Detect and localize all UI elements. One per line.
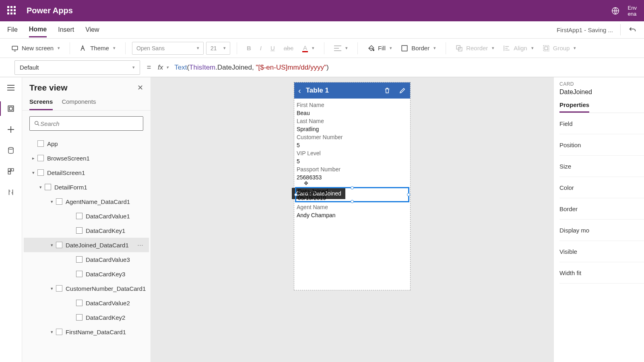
field-icon <box>76 227 83 234</box>
equals-icon: = <box>143 63 155 72</box>
card-passport[interactable]: Passport Number25686353 <box>297 165 408 181</box>
font-color-button[interactable]: A▾ <box>299 43 318 54</box>
divider <box>620 24 621 35</box>
rail-hamburger-icon[interactable] <box>5 82 17 93</box>
datacard-icon <box>56 329 62 335</box>
fx-button[interactable]: fx▾ <box>158 64 169 72</box>
close-icon[interactable]: ✕ <box>137 83 143 92</box>
undo-icon[interactable] <box>628 25 637 34</box>
rail-media-icon[interactable] <box>5 166 17 177</box>
prop-color[interactable]: Color <box>559 177 644 198</box>
strike-button[interactable]: abc <box>281 43 297 53</box>
card-customer-number[interactable]: Customer Number5 <box>297 133 408 149</box>
svg-rect-8 <box>8 106 14 111</box>
tree-node-fname-dc[interactable]: ▾FirstName_DataCard1 <box>24 325 149 339</box>
search-input[interactable] <box>40 120 139 127</box>
underline-button[interactable]: U <box>267 43 278 53</box>
back-icon[interactable]: ‹ <box>298 86 301 95</box>
menu-home[interactable]: Home <box>29 23 47 37</box>
preview-body: First NameBeau Last NameSpratling Custom… <box>294 99 410 222</box>
prop-tab-properties[interactable]: Properties <box>559 101 589 113</box>
move-cursor-icon: ✥ <box>304 180 308 186</box>
search-icon <box>34 120 40 127</box>
tree-node-date-dc[interactable]: ▾DateJoined_DataCard1⋯ <box>24 238 149 252</box>
app-launcher-icon[interactable] <box>7 6 17 16</box>
prop-visible[interactable]: Visible <box>559 241 644 262</box>
menu-file[interactable]: File <box>7 23 18 37</box>
group-button[interactable]: Group▾ <box>539 43 580 53</box>
tree-node-date-key[interactable]: DataCardKey3 <box>24 267 149 281</box>
svg-rect-3 <box>402 45 407 51</box>
text-align-button[interactable]: ▾ <box>331 44 351 53</box>
card-last-name[interactable]: Last NameSpratling <box>297 117 408 133</box>
prop-position[interactable]: Position <box>559 134 644 156</box>
tree-node-browse[interactable]: ▸BrowseScreen1 <box>24 151 149 165</box>
tree-title: Tree view <box>29 83 68 93</box>
rail-tools-icon[interactable] <box>5 187 17 198</box>
card-first-name[interactable]: First NameBeau <box>297 101 408 117</box>
card-date-joined-selected[interactable]: Date Joined 05/19/2019 <box>295 187 409 202</box>
tab-components[interactable]: Components <box>62 98 96 110</box>
prop-name: DateJoined <box>559 88 644 96</box>
rail-insert-icon[interactable] <box>5 124 17 135</box>
card-agent-name[interactable]: Agent NameAndy Champan <box>297 203 408 219</box>
prop-border[interactable]: Border <box>559 198 644 220</box>
theme-button[interactable]: Theme▾ <box>76 43 119 53</box>
align-button[interactable]: Align▾ <box>500 43 537 53</box>
tree-node-agent-key[interactable]: DataCardKey1 <box>24 223 149 238</box>
italic-button[interactable]: I <box>257 43 265 53</box>
fill-button[interactable]: Fill▾ <box>364 43 395 53</box>
font-dropdown[interactable]: Open Sans▾ <box>132 42 204 55</box>
environment-icon[interactable] <box>611 6 620 15</box>
tree-panel: Tree view ✕ Screens Components ▾App ▸Bro… <box>22 77 151 362</box>
reorder-button[interactable]: Reorder▾ <box>452 43 497 53</box>
more-icon[interactable]: ⋯ <box>137 241 144 249</box>
screen-icon <box>37 169 44 176</box>
tree-search[interactable] <box>29 116 143 131</box>
prop-field[interactable]: Field <box>559 113 644 134</box>
tree-node-agent-dc[interactable]: ▾AgentName_DataCard1 <box>24 194 149 209</box>
prop-size[interactable]: Size <box>559 156 644 177</box>
property-dropdown[interactable]: Default▾ <box>14 60 140 75</box>
environment-label: Envena <box>628 5 637 17</box>
tree-node-cust-key[interactable]: DataCardKey2 <box>24 310 149 325</box>
menu-insert[interactable]: Insert <box>58 23 74 37</box>
rail-tree-icon[interactable] <box>5 103 17 114</box>
svg-rect-7 <box>545 47 548 50</box>
border-button[interactable]: Border▾ <box>398 43 439 53</box>
delete-icon[interactable] <box>384 87 391 94</box>
bold-button[interactable]: B <box>244 43 254 53</box>
menu-bar: File Home Insert View FirstApp1 - Saving… <box>0 21 644 39</box>
tree-node-cust-dc[interactable]: ▾CustomerNumber_DataCard1 <box>24 281 149 296</box>
phone-preview[interactable]: ‹ Table 1 First NameBeau Last NameSpratl… <box>294 82 411 290</box>
field-icon <box>76 256 83 263</box>
svg-point-2 <box>373 49 374 51</box>
title-bar: Power Apps Envena <box>0 0 644 21</box>
prop-display-mode[interactable]: Display mo <box>559 220 644 241</box>
prop-width-fit[interactable]: Width fit <box>559 262 644 284</box>
new-screen-button[interactable]: New screen▾ <box>8 43 63 53</box>
edit-icon[interactable] <box>399 87 406 94</box>
ribbon: New screen▾ Theme▾ Open Sans▾ 21▾ B I U … <box>0 39 644 58</box>
tree-node-agent-val[interactable]: DataCardValue1 <box>24 209 149 223</box>
tree-node-app[interactable]: ▾App <box>24 136 149 151</box>
formula-input[interactable]: Text(ThisItem.DateJoined, "[$-en-US]mm/d… <box>172 63 644 72</box>
tree-node-detailform[interactable]: ▾DetailForm1 <box>24 180 149 194</box>
tree-node-date-val[interactable]: DataCardValue3 <box>24 252 149 267</box>
form-icon <box>45 184 51 190</box>
rail-data-icon[interactable] <box>5 145 17 156</box>
field-icon <box>76 300 83 306</box>
svg-rect-13 <box>8 172 10 174</box>
tab-screens[interactable]: Screens <box>29 98 53 110</box>
canvas[interactable]: ‹ Table 1 First NameBeau Last NameSpratl… <box>151 77 553 362</box>
svg-point-10 <box>8 148 13 150</box>
font-size-dropdown[interactable]: 21▾ <box>206 42 230 55</box>
tree-node-detail[interactable]: ▾DetailScreen1 <box>24 165 149 180</box>
tree-node-cust-val[interactable]: DataCardValue2 <box>24 296 149 310</box>
menu-view[interactable]: View <box>85 23 99 37</box>
card-vip-level[interactable]: VIP Level5 <box>297 149 408 165</box>
tree-list: ▾App ▸BrowseScreen1 ▾DetailScreen1 ▾Deta… <box>22 136 151 362</box>
theme-label: Theme <box>90 45 109 51</box>
prop-category: CARD <box>559 81 644 87</box>
svg-rect-9 <box>9 107 12 110</box>
